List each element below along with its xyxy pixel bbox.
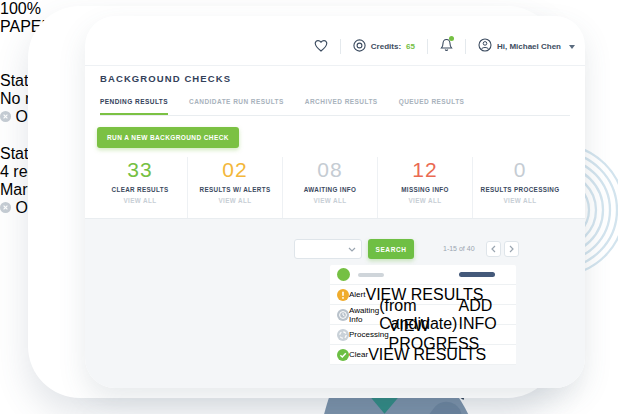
row-label: Alert xyxy=(349,290,365,299)
pagination-info: 1-15 of 40 xyxy=(443,245,475,252)
credits-label: Credits: xyxy=(371,42,401,51)
row-label: Awaiting Info xyxy=(349,306,379,324)
favorites-heart-icon[interactable] xyxy=(314,38,328,56)
tab-candidate-run-results[interactable]: CANDIDATE RUN RESULTS xyxy=(189,98,284,115)
tab-queued-results[interactable]: QUEUED RESULTS xyxy=(399,98,465,115)
stat-results-processing: 0 RESULTS PROCESSING VIEW ALL xyxy=(473,157,567,218)
view-all-link[interactable]: VIEW ALL xyxy=(188,197,282,204)
stat-label: MISSING INFO xyxy=(378,186,472,193)
view-all-link[interactable]: VIEW ALL xyxy=(93,197,187,204)
stat-label: CLEAR RESULTS xyxy=(93,186,187,193)
topbar-divider xyxy=(427,39,428,54)
credits-value: 65 xyxy=(406,42,415,51)
clear-check-icon xyxy=(0,54,9,71)
user-avatar-icon xyxy=(478,38,492,56)
results-section: SEARCH 1-15 of 40 Alert VIEW RESULTS xyxy=(85,218,585,388)
topbar-divider xyxy=(340,39,341,54)
action-placeholder-bar xyxy=(459,272,495,277)
user-menu[interactable]: Hi, Michael Chen xyxy=(478,38,575,56)
view-all-link[interactable]: VIEW ALL xyxy=(378,197,472,204)
alert-icon xyxy=(337,289,349,301)
credits-coin-icon xyxy=(353,38,366,56)
filter-dropdown[interactable] xyxy=(294,239,362,259)
view-results-link[interactable]: VIEW RESULTS xyxy=(368,346,486,364)
stat-label: RESULTS PROCESSING xyxy=(473,186,567,193)
clear-check-icon xyxy=(337,349,349,361)
chevron-left-icon xyxy=(491,245,496,253)
stat-awaiting-info: 08 AWAITING INFO VIEW ALL xyxy=(283,157,378,218)
user-greeting: Hi, Michael Chen xyxy=(497,42,561,51)
results-table: Alert VIEW RESULTS Awaiting Info (from C… xyxy=(330,265,516,365)
credits-group[interactable]: Credits: 65 xyxy=(353,38,415,56)
row-label: Processing xyxy=(349,330,389,339)
stat-label: RESULTS W/ ALERTS xyxy=(188,186,282,193)
table-row-processing[interactable]: Processing VIEW PROGRESS xyxy=(330,325,516,345)
alert-exclamation-icon xyxy=(0,127,9,144)
screenshot-stage: Credits: 65 Hi, Michael Chen BACKGROUND … xyxy=(0,0,618,414)
stat-value: 12 xyxy=(378,158,472,182)
run-background-check-button[interactable]: RUN A NEW BACKGROUND CHECK xyxy=(97,127,239,148)
stat-value: 0 xyxy=(473,158,567,182)
chevron-down-icon xyxy=(569,45,575,49)
notifications-bell-icon[interactable] xyxy=(440,38,453,56)
page-title: BACKGROUND CHECKS xyxy=(100,73,231,84)
stat-results-with-alerts: 02 RESULTS W/ ALERTS VIEW ALL xyxy=(188,157,283,218)
stat-missing-info: 12 MISSING INFO VIEW ALL xyxy=(378,157,473,218)
chevron-right-icon xyxy=(509,245,514,253)
next-page-button[interactable] xyxy=(504,241,519,257)
notification-dot xyxy=(449,36,454,41)
results-tabs: PENDING RESULTS CANDIDATE RUN RESULTS AR… xyxy=(100,98,570,116)
checked-checkbox-icon xyxy=(0,36,11,53)
disabled-x-icon xyxy=(0,202,11,213)
dashboard-card: Credits: 65 Hi, Michael Chen BACKGROUND … xyxy=(85,16,585,388)
chevron-down-icon xyxy=(348,247,356,252)
view-all-link[interactable]: VIEW ALL xyxy=(473,197,567,204)
stat-value: 33 xyxy=(93,158,187,182)
disabled-x-icon xyxy=(0,111,11,122)
search-button[interactable]: SEARCH xyxy=(368,239,414,259)
awaiting-info-clock-icon xyxy=(337,309,349,321)
text-placeholder-bar xyxy=(358,273,384,277)
topbar-divider xyxy=(465,39,466,54)
stat-value: 02 xyxy=(188,158,282,182)
stat-value: 08 xyxy=(283,158,377,182)
row-label: Clear xyxy=(349,350,368,359)
tab-pending-results[interactable]: PENDING RESULTS xyxy=(100,98,168,115)
stat-label: AWAITING INFO xyxy=(283,186,377,193)
topbar: Credits: 65 Hi, Michael Chen xyxy=(85,16,585,66)
stats-row: 33 CLEAR RESULTS VIEW ALL 02 RESULTS W/ … xyxy=(93,157,567,218)
status-dot-icon xyxy=(337,268,350,281)
table-row-placeholder[interactable] xyxy=(330,265,516,285)
tab-archived-results[interactable]: ARCHIVED RESULTS xyxy=(305,98,378,115)
prev-page-button[interactable] xyxy=(486,241,501,257)
view-all-link[interactable]: VIEW ALL xyxy=(283,197,377,204)
processing-spinner-icon xyxy=(337,329,349,341)
stat-clear-results: 33 CLEAR RESULTS VIEW ALL xyxy=(93,157,188,218)
